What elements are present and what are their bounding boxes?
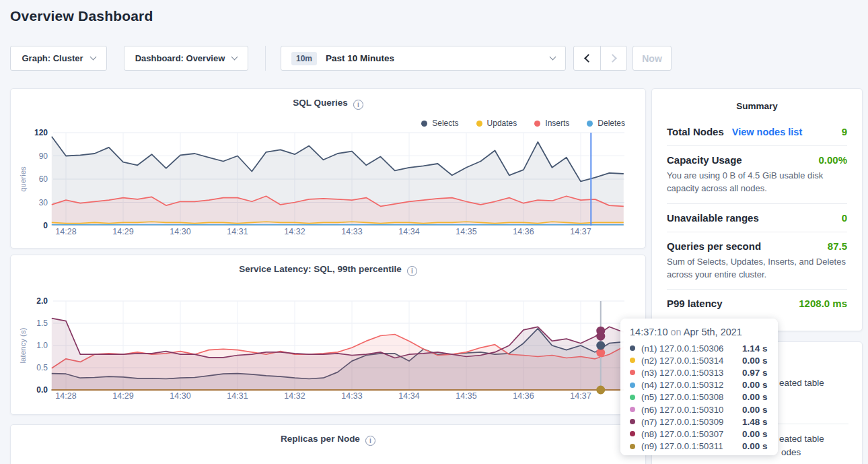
svg-text:14:35: 14:35 xyxy=(456,391,476,401)
node-address: (n2) 127.0.0.1:50314 xyxy=(641,356,742,366)
event-text-fragment: eated table xyxy=(779,434,824,444)
node-color-dot xyxy=(630,345,635,351)
node-color-dot xyxy=(630,395,635,400)
node-latency-value: 0.00 s xyxy=(742,356,768,366)
svg-text:14:33: 14:33 xyxy=(341,391,362,401)
summary-label: P99 latency xyxy=(667,298,723,309)
chevron-down-icon xyxy=(550,54,556,61)
svg-text:14:30: 14:30 xyxy=(170,227,190,236)
event-text-fragment: odes xyxy=(781,447,801,457)
tooltip-node-row: (n7) 127.0.0.1:503091.48 s xyxy=(630,416,768,428)
svg-text:14:30: 14:30 xyxy=(170,391,190,401)
svg-text:2.0: 2.0 xyxy=(36,296,48,306)
node-color-dot xyxy=(630,431,635,436)
summary-value: 0.00% xyxy=(818,154,847,166)
tooltip-timestamp: 14:37:10 on Apr 5th, 2021 xyxy=(630,327,768,337)
time-pager xyxy=(573,46,627,71)
graph-dropdown[interactable]: Graph: Cluster xyxy=(10,46,107,71)
node-color-dot xyxy=(630,419,635,424)
svg-text:14:32: 14:32 xyxy=(284,227,305,236)
node-address: (n4) 127.0.0.1:50312 xyxy=(641,380,742,390)
chart-title: Replicas per Nodei xyxy=(11,434,645,446)
node-color-dot xyxy=(630,358,635,363)
chart-hover-tooltip: 14:37:10 on Apr 5th, 2021 (n1) 127.0.0.1… xyxy=(620,319,778,455)
tooltip-node-row: (n3) 127.0.0.1:503130.97 s xyxy=(630,366,768,378)
summary-panel: Summary Total Nodes View nodes list 9 Ca… xyxy=(651,88,863,331)
chevron-down-icon xyxy=(231,54,238,61)
summary-row-unavailable-ranges: Unavailable ranges 0 xyxy=(667,203,847,232)
node-latency-value: 0.00 s xyxy=(742,429,768,439)
svg-text:14:28: 14:28 xyxy=(55,227,76,236)
svg-text:14:34: 14:34 xyxy=(398,227,419,236)
node-latency-value: 0.00 s xyxy=(742,392,768,402)
svg-text:14:32: 14:32 xyxy=(284,391,305,401)
chevron-right-icon xyxy=(608,54,617,63)
summary-value: 87.5 xyxy=(828,240,847,252)
summary-label: Total Nodes xyxy=(667,126,724,137)
svg-text:14:36: 14:36 xyxy=(513,391,534,401)
node-address: (n9) 127.0.0.1:50311 xyxy=(641,441,742,451)
sql-queries-chart[interactable]: 030609012014:2814:2914:3014:3114:3214:33… xyxy=(11,89,647,249)
node-color-dot xyxy=(630,407,635,412)
service-latency-chart[interactable]: 0.00.51.01.52.014:2814:2914:3014:3114:32… xyxy=(11,255,647,416)
tooltip-node-row: (n6) 127.0.0.1:503100.00 s xyxy=(630,403,768,416)
svg-text:90: 90 xyxy=(39,152,48,161)
prev-time-button[interactable] xyxy=(574,46,600,70)
summary-description: Sum of Selects, Updates, Inserts, and De… xyxy=(667,256,847,281)
node-address: (n5) 127.0.0.1:50308 xyxy=(641,392,742,402)
svg-text:queries: queries xyxy=(19,166,27,192)
svg-text:14:29: 14:29 xyxy=(112,227,133,236)
sql-queries-panel: SQL Queriesi SelectsUpdatesInsertsDelete… xyxy=(10,88,646,248)
tooltip-node-row: (n1) 127.0.0.1:503061.14 s xyxy=(630,342,768,354)
node-address: (n1) 127.0.0.1:50306 xyxy=(641,343,742,354)
svg-text:14:33: 14:33 xyxy=(341,227,362,236)
replicas-per-node-panel: Replicas per Nodei xyxy=(10,424,646,464)
summary-value: 9 xyxy=(842,126,847,137)
summary-row-total-nodes: Total Nodes View nodes list 9 xyxy=(667,118,847,145)
time-range-picker[interactable]: 10m Past 10 Minutes xyxy=(281,46,566,71)
dashboard-dropdown[interactable]: Dashboard: Overview xyxy=(124,46,248,71)
node-address: (n7) 127.0.0.1:50309 xyxy=(641,417,742,427)
svg-text:14:37: 14:37 xyxy=(570,391,591,401)
summary-label: Capacity Usage xyxy=(667,154,742,166)
node-address: (n3) 127.0.0.1:50313 xyxy=(641,368,742,378)
view-nodes-list-link[interactable]: View nodes list xyxy=(732,127,803,137)
service-latency-panel: Service Latency: SQL, 99th percentilei 0… xyxy=(10,255,646,415)
dashboard-dropdown-label: Dashboard: Overview xyxy=(135,53,225,63)
svg-text:0.5: 0.5 xyxy=(36,363,48,372)
summary-value: 0 xyxy=(842,212,847,224)
summary-title: Summary xyxy=(667,101,847,111)
node-latency-value: 0.00 s xyxy=(742,380,768,390)
tooltip-date: Apr 5th, 2021 xyxy=(684,327,742,337)
chart-title-text: Replicas per Node xyxy=(281,434,360,444)
node-address: (n8) 127.0.0.1:50307 xyxy=(641,429,742,439)
svg-text:14:31: 14:31 xyxy=(227,227,248,236)
tooltip-rows: (n1) 127.0.0.1:503061.14 s(n2) 127.0.0.1… xyxy=(630,342,768,453)
svg-text:14:35: 14:35 xyxy=(456,227,476,236)
chevron-down-icon xyxy=(89,54,96,61)
next-time-button[interactable] xyxy=(600,46,626,70)
node-latency-value: 1.48 s xyxy=(742,417,768,427)
node-color-dot xyxy=(630,444,635,449)
svg-text:14:31: 14:31 xyxy=(227,391,248,401)
svg-text:0: 0 xyxy=(43,221,48,230)
tooltip-node-row: (n2) 127.0.0.1:503140.00 s xyxy=(630,354,768,366)
tooltip-node-row: (n8) 127.0.0.1:503070.00 s xyxy=(630,428,768,440)
tooltip-node-row: (n4) 127.0.0.1:503120.00 s xyxy=(630,379,768,391)
event-text-fragment: eated table xyxy=(779,378,824,388)
toolbar-divider xyxy=(265,46,266,71)
graph-dropdown-label: Graph: Cluster xyxy=(22,53,83,63)
svg-text:14:28: 14:28 xyxy=(55,391,76,401)
node-latency-value: 1.14 s xyxy=(742,343,768,354)
chevron-left-icon xyxy=(584,54,593,63)
svg-text:1.0: 1.0 xyxy=(36,341,48,350)
tooltip-connector: on xyxy=(670,327,681,337)
summary-label: Unavailable ranges xyxy=(667,212,759,224)
summary-description: You are using 0 B of 4.5 GiB usable disk… xyxy=(667,170,847,195)
now-button[interactable]: Now xyxy=(632,46,672,71)
svg-text:1.5: 1.5 xyxy=(36,319,48,328)
info-icon[interactable]: i xyxy=(365,436,375,446)
node-color-dot xyxy=(630,370,635,375)
node-latency-value: 0.97 s xyxy=(742,368,768,378)
time-range-label: Past 10 Minutes xyxy=(326,53,543,63)
